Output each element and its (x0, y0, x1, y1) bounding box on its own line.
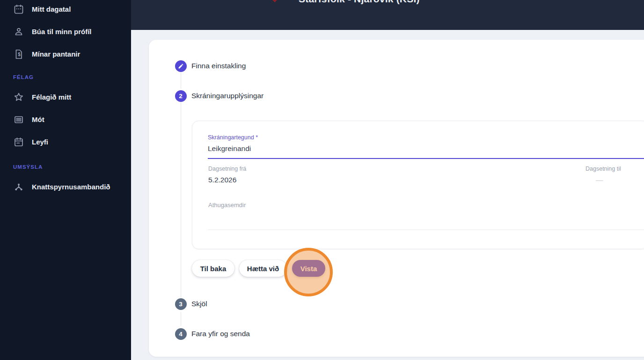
sidebar-item-my-calendar[interactable]: Mitt dagatal (0, 0, 131, 19)
sidebar-item-label: Mitt dagatal (32, 0, 71, 19)
calendar-icon (13, 4, 24, 15)
save-button[interactable]: Vista (292, 260, 325, 277)
sidebar-item-label: Félagið mitt (32, 88, 71, 107)
step2-label: Skráningarupplýsingar (191, 92, 263, 100)
sidebar-item-label: Leyfi (32, 133, 48, 151)
step3-label: Skjöl (191, 300, 207, 308)
cancel-button[interactable]: Hætta við (239, 260, 287, 277)
ksi-logo-icon (270, 0, 279, 2)
step1-label: Finna einstakling (191, 62, 246, 70)
sidebar-item-tournaments[interactable]: Mót (0, 110, 131, 129)
step1-circle (175, 60, 187, 72)
focused-field-underline (208, 158, 644, 159)
back-button[interactable]: Til baka (192, 260, 234, 277)
star-icon (13, 92, 24, 103)
page-title: Starfsfólk - Njarðvík (KSÍ) (299, 0, 420, 5)
sidebar-item-my-club[interactable]: Félagið mitt (0, 88, 131, 107)
hub-icon (13, 181, 24, 193)
step2-circle: 2 (175, 90, 187, 102)
event-icon (13, 137, 24, 148)
registration-card: Finna einstakling 2 Skráningarupplýsinga… (149, 40, 644, 357)
edit-pencil-icon (178, 63, 184, 69)
svg-text:$: $ (18, 52, 21, 57)
main-content: Finna einstakling 2 Skráningarupplýsinga… (131, 30, 644, 360)
sidebar-item-label: Mót (32, 110, 44, 129)
sidebar-item-label: Búa til minn prófíl (32, 22, 92, 41)
step-connector (181, 73, 181, 89)
date-to-empty-value: — (596, 176, 603, 184)
sidebar-item-licenses[interactable]: Leyfi (0, 133, 131, 151)
sidebar-item-create-profile[interactable]: Búa til minn prófíl (0, 22, 131, 41)
list-icon (13, 114, 24, 125)
top-header: Starfsfólk - Njarðvík (KSÍ) (131, 0, 644, 30)
sidebar-item-label: Knattspyrnusambandið (32, 178, 110, 196)
sidebar-item-label: Mínar pantanir (32, 45, 80, 64)
registration-type-label: Skráningartegund * (208, 134, 258, 141)
step3-circle: 3 (175, 298, 187, 310)
registration-type-value: Leikgreinandi (208, 144, 251, 153)
step-connector (181, 312, 181, 326)
date-from-label: Dagsetning frá (208, 166, 246, 172)
date-to-label: Dagsetning til (585, 166, 621, 172)
step4-circle: 4 (175, 328, 187, 340)
header-brand-row: Starfsfólk - Njarðvík (KSÍ) (271, 0, 420, 5)
step-connector (181, 102, 181, 298)
sidebar-item-football-association[interactable]: Knattspyrnusambandið (0, 178, 131, 196)
receipt-icon: $ (13, 49, 24, 60)
registration-form: Skráningartegund * Leikgreinandi Dagsetn… (192, 121, 644, 249)
sidebar-section-umsysla: UMSÝSLA (13, 163, 43, 171)
date-from-value: 5.2.2026 (208, 176, 236, 184)
step4-label: Fara yfir og senda (191, 330, 250, 338)
person-icon (13, 26, 24, 37)
sidebar: Mitt dagatal Búa til minn prófíl $ Mínar… (0, 0, 131, 360)
sidebar-section-felag: FÉLAG (13, 73, 34, 81)
comments-label: Athugasemdir (208, 202, 246, 209)
comments-underline (208, 230, 644, 230)
sidebar-item-my-orders[interactable]: $ Mínar pantanir (0, 45, 131, 64)
